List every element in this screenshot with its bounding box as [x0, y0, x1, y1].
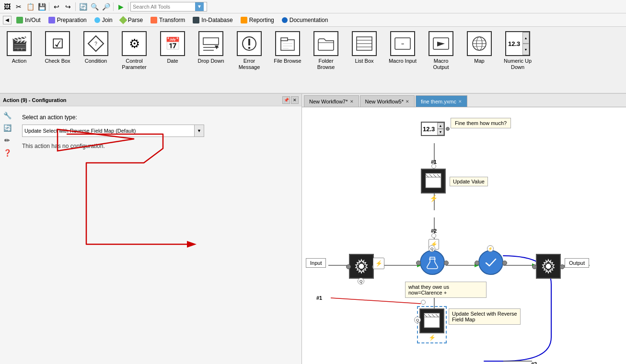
search-box[interactable]: ▼ — [130, 2, 207, 11]
blue-node-1[interactable]: Q — [420, 250, 445, 275]
save-icon[interactable]: 💾 — [36, 1, 47, 12]
svg-rect-8 — [248, 47, 250, 49]
tool-list-box[interactable]: List Box — [347, 29, 382, 67]
tool-condition[interactable]: ? Condition — [79, 29, 113, 67]
gear-node-right[interactable] — [536, 254, 561, 279]
zoom-out-icon[interactable]: 🔎 — [101, 1, 111, 12]
svg-rect-56 — [424, 317, 440, 328]
sidebar-tool-help[interactable]: ❓ — [2, 148, 12, 158]
nav-reporting-label: Reporting — [249, 17, 274, 23]
tool-file-browse[interactable]: File Browse — [270, 29, 305, 67]
panel-header: Action (9) - Configuration 📌 ✕ — [0, 94, 301, 106]
panel-buttons: 📌 ✕ — [282, 96, 299, 104]
left-panel: Action (9) - Configuration 📌 ✕ 🔧 🔄 ✏ ❓ S… — [0, 94, 302, 364]
tool-macro-output[interactable]: Macro Output — [424, 29, 458, 73]
action-node-1[interactable]: ⚡ — [421, 169, 446, 202]
control-parameter-label: Control Parameter — [118, 58, 150, 70]
nav-join[interactable]: Join — [91, 13, 116, 27]
connector-circle-mid — [431, 233, 436, 238]
list-box-icon — [352, 31, 377, 56]
panel-title: Action (9) - Configuration — [3, 97, 67, 103]
svg-point-52 — [359, 264, 364, 269]
svg-rect-7 — [248, 39, 250, 46]
nav-indatabase[interactable]: In-Database — [189, 13, 236, 27]
map-icon — [467, 31, 492, 56]
tool-numeric-updown[interactable]: 12.3 ▲ ▼ Numeric Up Down — [500, 29, 535, 73]
action-lightning-node[interactable]: ⚡ — [373, 258, 384, 269]
tool-control-parameter[interactable]: ⚙ Control Parameter — [117, 29, 151, 73]
svg-line-38 — [331, 298, 421, 304]
connector-circle-top — [431, 164, 436, 169]
sidebar-tool-wrench[interactable]: 🔧 — [2, 110, 12, 121]
tab-workflow7-close[interactable]: ✕ — [350, 99, 354, 104]
reporting-icon — [241, 17, 247, 23]
nav-transform-label: Transform — [159, 17, 185, 23]
num-up-arrow[interactable]: ▲ — [437, 123, 444, 129]
tab-workflow5[interactable]: New Workflow5* ✕ — [360, 95, 415, 107]
copy-icon[interactable]: 📋 — [25, 1, 35, 12]
cut-icon[interactable]: ✂ — [13, 1, 24, 12]
condition-icon: ? — [83, 31, 108, 56]
tool-error-message[interactable]: Error Message — [232, 29, 267, 73]
sep2 — [75, 2, 76, 11]
svg-rect-2 — [203, 38, 219, 45]
condition-label: Condition — [85, 58, 107, 64]
numeric-updown-node[interactable]: 12.3 ▲ ▼ — [421, 122, 450, 136]
blue1-top-q: Q — [429, 245, 435, 252]
nav-indatabase-label: In-Database — [201, 17, 232, 23]
macro-output-icon — [429, 31, 453, 56]
close-button[interactable]: ✕ — [291, 96, 299, 104]
zoom-in-icon[interactable]: 🔍 — [89, 1, 100, 12]
undo-icon[interactable]: ↩ — [51, 1, 62, 12]
nav-back-arrow[interactable]: ◀ — [3, 16, 12, 24]
num-down-arrow[interactable]: ▼ — [437, 129, 444, 135]
checkbox-label: Check Box — [45, 58, 70, 64]
nav-inout[interactable]: In/Out — [12, 13, 45, 27]
select-arrow-icon[interactable]: ▼ — [195, 125, 204, 137]
tool-checkbox[interactable]: ☑ Check Box — [40, 29, 75, 67]
action-select-wrap: Update Select with Reverse Field Map (De… — [22, 125, 294, 137]
action-type-select[interactable]: Update Select with Reverse Field Map (De… — [22, 125, 195, 137]
documentation-icon — [282, 17, 288, 23]
nav-parse[interactable]: Parse — [116, 13, 147, 27]
refresh-icon[interactable]: 🔄 — [78, 1, 88, 12]
nav-reporting[interactable]: Reporting — [237, 13, 278, 27]
tool-macro-input[interactable]: ⌨ Macro Input — [385, 29, 420, 67]
error-message-label: Error Message — [233, 58, 265, 70]
tab-workflow5-close[interactable]: ✕ — [406, 99, 409, 104]
nav-preparation[interactable]: Preparation — [45, 13, 91, 27]
tab-fine-close[interactable]: ✕ — [458, 99, 462, 104]
blue-node-2[interactable]: ⚡ — [478, 250, 503, 275]
run-icon[interactable]: ▶ — [116, 1, 126, 12]
nav-documentation[interactable]: Documentation — [278, 13, 332, 27]
list-box-label: List Box — [355, 58, 373, 64]
preparation-icon — [48, 17, 55, 23]
date-label: Date — [167, 58, 178, 64]
tab-workflow7[interactable]: New Workflow7* ✕ — [304, 95, 359, 107]
join-icon — [94, 17, 100, 23]
tool-folder-browse[interactable]: Folder Browse — [309, 29, 343, 73]
new-icon[interactable]: 🖼 — [2, 1, 12, 12]
redo-icon[interactable]: ↪ — [63, 1, 73, 12]
input-label-node: Input — [306, 258, 326, 268]
tools-ribbon: 🎬 Action ☑ Check Box ? Condition ⚙ Contr… — [0, 27, 626, 94]
tool-action[interactable]: 🎬 Action — [2, 29, 36, 67]
node-left-connector — [346, 264, 351, 269]
pin-button[interactable]: 📌 — [282, 96, 290, 104]
blue1-right — [444, 261, 449, 265]
gear-right-icon — [540, 258, 556, 274]
workflow-canvas[interactable]: 12.3 ▲ ▼ Fine them how much? #1 — [302, 107, 626, 364]
tab-fine[interactable]: fine them.yxmc ✕ — [416, 95, 467, 107]
sidebar-tool-pencil[interactable]: ✏ — [2, 135, 12, 146]
search-input[interactable] — [133, 4, 195, 10]
clapperboard-selected-icon — [423, 312, 441, 330]
nav-transform[interactable]: Transform — [147, 13, 189, 27]
sidebar-tool-refresh[interactable]: 🔄 — [2, 123, 12, 133]
search-button[interactable]: ▼ — [195, 2, 204, 11]
selected-action-node[interactable]: Q ⚡ — [417, 306, 447, 343]
prep-node[interactable]: Q — [349, 254, 374, 279]
tool-dropdown[interactable]: Drop Down — [194, 29, 228, 67]
parse-icon — [119, 16, 127, 24]
tool-map[interactable]: Map — [462, 29, 497, 67]
tool-date[interactable]: 📅 Date — [155, 29, 190, 67]
